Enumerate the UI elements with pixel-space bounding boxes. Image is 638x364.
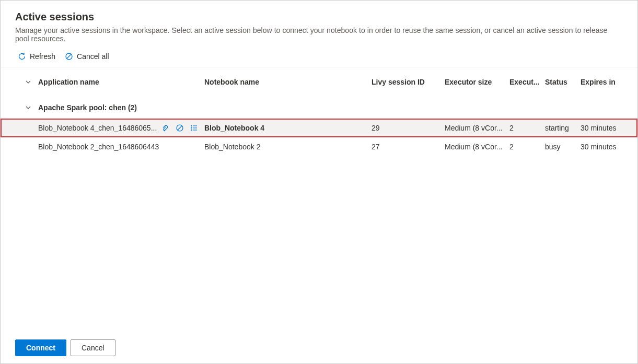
cell-expires-in: 30 minutes	[581, 143, 633, 151]
cell-application-name: Blob_Notebook 2_chen_1648606443	[38, 143, 159, 151]
cell-expires-in: 30 minutes	[581, 124, 633, 132]
svg-point-8	[191, 127, 192, 128]
connect-button[interactable]: Connect	[15, 339, 66, 356]
col-executors[interactable]: Execut...	[509, 78, 545, 86]
refresh-label: Refresh	[30, 52, 55, 61]
col-status[interactable]: Status	[545, 78, 581, 86]
col-livy-session-id[interactable]: Livy session ID	[372, 78, 445, 86]
cancel-all-button[interactable]: Cancel all	[65, 52, 109, 61]
cell-status: starting	[545, 124, 581, 132]
col-expires-in[interactable]: Expires in	[581, 78, 633, 86]
group-row[interactable]: Apache Spark pool: chen (2)	[1, 97, 637, 119]
cell-application-name: Blob_Notebook 4_chen_16486065...	[38, 124, 157, 132]
table-row[interactable]: Blob_Notebook 2_chen_1648606443 Blob_Not…	[1, 137, 637, 156]
cell-notebook-name: Blob_Notebook 2	[204, 143, 372, 151]
attach-icon[interactable]	[161, 124, 169, 132]
cell-status: busy	[545, 143, 581, 151]
refresh-button[interactable]: Refresh	[18, 52, 55, 61]
col-executor-size[interactable]: Executor size	[445, 78, 509, 86]
cell-executor-size: Medium (8 vCor...	[445, 124, 509, 132]
group-label: Apache Spark pool: chen (2)	[38, 103, 633, 112]
cell-executor-size: Medium (8 vCor...	[445, 143, 509, 151]
dialog-footer: Connect Cancel	[1, 332, 637, 363]
col-notebook-name[interactable]: Notebook name	[204, 78, 372, 86]
col-application-name[interactable]: Application name	[38, 78, 204, 86]
svg-point-9	[191, 130, 192, 130]
expand-all-toggle[interactable]	[1, 79, 38, 85]
cancel-button[interactable]: Cancel	[71, 339, 115, 356]
table-header-row: Application name Notebook name Livy sess…	[1, 67, 637, 97]
cancel-all-label: Cancel all	[77, 52, 109, 61]
svg-line-1	[67, 54, 71, 58]
refresh-icon	[18, 52, 26, 61]
toolbar: Refresh Cancel all	[1, 47, 637, 67]
page-title: Active sessions	[15, 11, 623, 23]
cancel-all-icon	[65, 52, 73, 61]
page-subtitle: Manage your active sessions in the works…	[15, 26, 623, 43]
cell-livy-session-id: 29	[372, 124, 445, 132]
group-expand-toggle[interactable]	[1, 104, 38, 111]
svg-point-7	[191, 125, 192, 126]
cell-executors: 2	[509, 124, 545, 132]
cell-livy-session-id: 27	[372, 143, 445, 151]
view-details-icon[interactable]	[190, 124, 199, 132]
table-row[interactable]: Blob_Notebook 4_chen_16486065...	[1, 119, 637, 137]
cell-executors: 2	[509, 143, 545, 151]
cell-notebook-name: Blob_Notebook 4	[204, 124, 372, 132]
svg-line-3	[178, 126, 182, 130]
cancel-session-icon[interactable]	[176, 124, 184, 132]
sessions-table: Application name Notebook name Livy sess…	[1, 67, 637, 156]
